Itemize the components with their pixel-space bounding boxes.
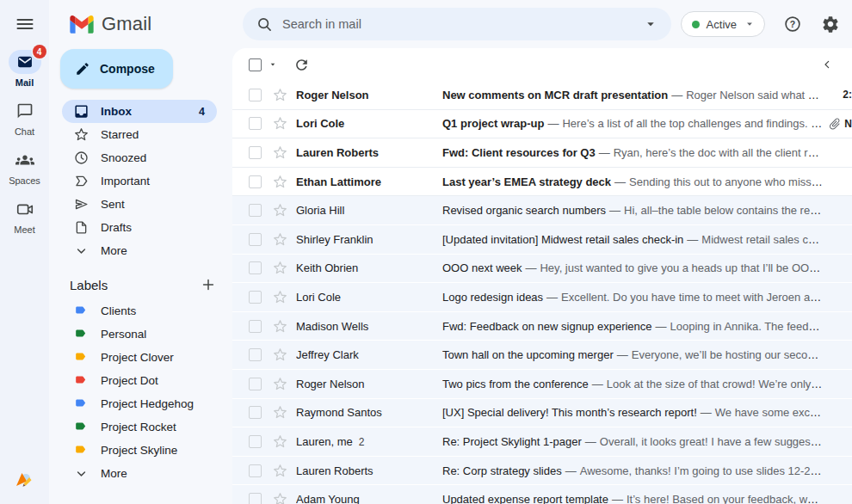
email-row[interactable]: Roger Nelson Two pics from the conferenc… (232, 370, 852, 399)
tag-icon (73, 442, 90, 458)
email-subject: [UX] Special delivery! This month’s rese… (442, 406, 697, 419)
email-snippet: Midwest retail sales che… (701, 233, 823, 246)
email-row[interactable]: Shirley Franklin [Updated invitation] Mi… (232, 225, 852, 255)
email-checkbox[interactable] (249, 233, 262, 246)
star-icon[interactable] (272, 347, 288, 363)
help-button[interactable]: ? (782, 14, 803, 34)
snippet-separator: — (525, 261, 536, 274)
main-menu-button[interactable] (15, 14, 35, 34)
mail-list-card: Roger Nelson New comments on MCR draft p… (232, 48, 852, 504)
add-label-button[interactable] (200, 275, 219, 294)
snippet-separator: — (546, 291, 558, 304)
star-icon[interactable] (272, 433, 288, 450)
email-checkbox[interactable] (249, 261, 262, 274)
email-snippet: Excellent. Do you have time to meet with… (561, 291, 823, 304)
email-checkbox[interactable] (249, 89, 262, 101)
sidebar-item-important[interactable]: Important (62, 169, 217, 193)
star-icon[interactable] (272, 260, 288, 276)
email-row[interactable]: Gloria Hill Revised organic search numbe… (232, 196, 852, 225)
label-name: Project Dot (101, 374, 158, 387)
email-time: N (844, 118, 852, 130)
star-icon[interactable] (272, 318, 288, 335)
email-row[interactable]: Ethan Lattimore Last year’s EMEA strateg… (232, 168, 852, 197)
email-row[interactable]: Adam Young Updated expense report templa… (232, 485, 852, 504)
star-icon[interactable] (272, 463, 288, 479)
email-row[interactable]: Lori Cole Logo redesign ideas—Excellent.… (232, 283, 852, 312)
email-checkbox[interactable] (249, 406, 262, 419)
email-row[interactable]: Lauren Roberts Fwd: Client resources for… (232, 138, 852, 168)
email-checkbox[interactable] (249, 291, 262, 304)
sidebar-item-starred[interactable]: Starred (62, 123, 217, 146)
email-sender: Madison Wells (296, 320, 368, 333)
email-checkbox[interactable] (249, 204, 262, 217)
star-icon[interactable] (272, 87, 288, 103)
star-icon[interactable] (272, 289, 288, 305)
email-row[interactable]: Jeffrey Clark Town hall on the upcoming … (232, 341, 852, 370)
select-all-checkbox[interactable] (249, 58, 262, 71)
label-item-project-dot[interactable]: Project Dot (62, 369, 217, 392)
email-row[interactable]: Raymond Santos [UX] Special delivery! Th… (232, 399, 852, 428)
star-icon[interactable] (272, 202, 288, 218)
inbox-count: 4 (199, 106, 205, 118)
rail-item-chat[interactable]: Chat (0, 99, 49, 137)
label-item-project-skyline[interactable]: Project Skyline (62, 439, 217, 462)
email-checkbox[interactable] (249, 378, 262, 390)
sidebar-item-inbox[interactable]: Inbox 4 (62, 100, 217, 123)
email-row[interactable]: Lauren Roberts Re: Corp strategy slides—… (232, 457, 852, 486)
collapse-panel-button[interactable] (820, 57, 836, 72)
star-icon[interactable] (272, 404, 288, 421)
settings-button[interactable] (820, 14, 841, 34)
label-name: Project Hedgehog (101, 397, 194, 410)
email-sender: Lauren, me (296, 435, 353, 448)
draft-icon (73, 219, 90, 236)
email-checkbox[interactable] (249, 435, 262, 448)
mail-unread-badge: 4 (33, 45, 46, 58)
search-options-caret-icon[interactable] (643, 16, 658, 32)
select-options-caret-icon[interactable] (267, 58, 279, 71)
sidebar-nav: Inbox 4 Starred Snoozed Important Sent D… (49, 100, 232, 262)
label-item-project-hedgehog[interactable]: Project Hedgehog (62, 392, 217, 415)
email-row[interactable]: Madison Wells Fwd: Feedback on new signu… (232, 312, 852, 341)
important-icon (73, 173, 90, 189)
label-item-project-rocket[interactable]: Project Rocket (62, 415, 217, 439)
compose-button[interactable]: Compose (60, 49, 173, 89)
email-checkbox[interactable] (249, 493, 262, 504)
search-bar[interactable] (243, 8, 671, 40)
rail-item-mail[interactable]: 4 Mail (0, 50, 49, 88)
email-checkbox[interactable] (249, 175, 262, 188)
email-checkbox[interactable] (249, 320, 262, 333)
email-sender: Roger Nelson (296, 89, 369, 101)
email-row[interactable]: Lori Cole Q1 project wrap-up—Here’s a li… (232, 110, 852, 139)
email-row[interactable]: Lauren, me2 Re: Project Skylight 1-pager… (232, 427, 852, 457)
sidebar-item-drafts[interactable]: Drafts (62, 216, 217, 239)
star-icon[interactable] (272, 231, 288, 248)
pencil-icon (75, 61, 90, 77)
label-item-more[interactable]: More (62, 462, 217, 485)
label-item-clients[interactable]: Clients (62, 299, 217, 323)
label-item-personal[interactable]: Personal (62, 323, 217, 346)
search-input[interactable] (282, 17, 633, 31)
star-icon[interactable] (272, 144, 288, 161)
email-checkbox[interactable] (249, 146, 262, 159)
rail-item-spaces[interactable]: Spaces (0, 148, 49, 186)
sidebar-item-sent[interactable]: Sent (62, 193, 217, 216)
sidebar-item-label: Sent (101, 198, 125, 211)
email-checkbox[interactable] (249, 117, 262, 130)
sidebar-item-more[interactable]: More (62, 239, 217, 262)
refresh-button[interactable] (293, 56, 311, 73)
left-rail: 4 Mail Chat Spaces Meet (0, 0, 49, 504)
rail-item-meet[interactable]: Meet (0, 197, 49, 235)
star-icon[interactable] (272, 174, 288, 190)
label-item-project-clover[interactable]: Project Clover (62, 346, 217, 369)
email-row[interactable]: Roger Nelson New comments on MCR draft p… (232, 81, 852, 110)
star-icon[interactable] (272, 115, 288, 132)
email-row[interactable]: Keith Obrien OOO next week—Hey, just wan… (232, 255, 852, 284)
star-icon[interactable] (272, 491, 288, 504)
status-chip[interactable]: Active (681, 11, 765, 37)
email-snippet: It’s here! Based on your feedback, we’ve… (627, 493, 823, 504)
addon-shortcut-icon[interactable] (13, 468, 35, 490)
email-checkbox[interactable] (249, 348, 262, 361)
sidebar-item-snoozed[interactable]: Snoozed (62, 146, 217, 169)
email-checkbox[interactable] (249, 464, 262, 477)
star-icon[interactable] (272, 376, 288, 392)
